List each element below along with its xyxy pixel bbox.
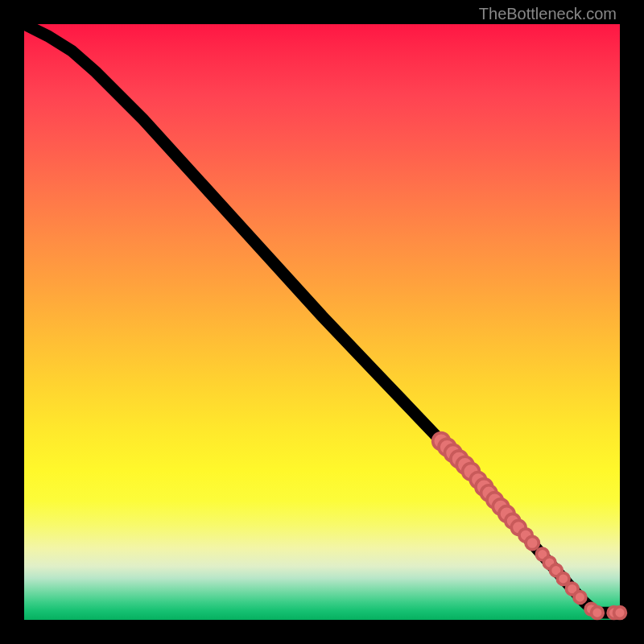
chart-marker	[614, 607, 626, 619]
chart-marker	[591, 607, 603, 619]
chart-curve	[24, 24, 620, 613]
chart-plot-area	[24, 24, 620, 620]
chart-marker	[557, 573, 569, 585]
chart-markers	[433, 433, 626, 619]
chart-marker	[574, 591, 586, 603]
chart-marker	[526, 536, 539, 549]
chart-overlay	[24, 24, 620, 620]
attribution-label: TheBottleneck.com	[479, 5, 617, 23]
